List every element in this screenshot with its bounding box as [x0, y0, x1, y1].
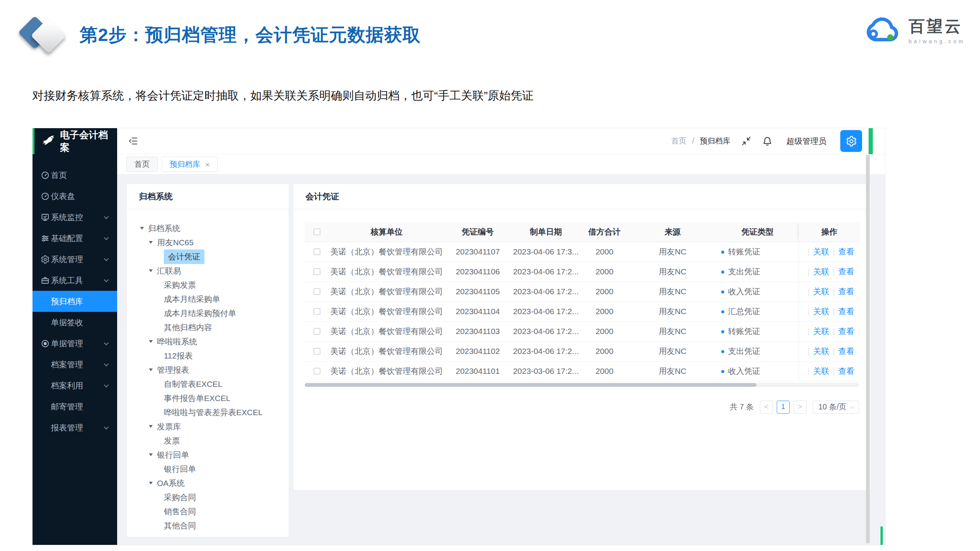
- row-checkbox[interactable]: [314, 348, 320, 355]
- tree-node-6[interactable]: 成本月结采购预付单: [127, 306, 289, 320]
- tree-node-label[interactable]: 采购发票: [164, 280, 196, 290]
- link-view[interactable]: 查看: [838, 307, 854, 316]
- caret-down-icon[interactable]: [149, 241, 153, 244]
- tree-node-label[interactable]: 发票: [164, 435, 180, 446]
- sidebar-item-1[interactable]: 仪表盘: [33, 186, 117, 207]
- link-relate[interactable]: 关联: [813, 347, 829, 355]
- tree-node-12[interactable]: 事件报告单EXCEL: [127, 391, 289, 405]
- link-relate[interactable]: 关联: [813, 367, 829, 375]
- tree-node-label[interactable]: 事件报告单EXCEL: [164, 393, 230, 404]
- tree-node-2[interactable]: 会计凭证: [127, 249, 289, 264]
- sidebar-item-6[interactable]: 预归档库: [33, 291, 117, 312]
- sidebar-item-9[interactable]: 档案管理: [33, 354, 117, 375]
- link-view[interactable]: 查看: [838, 327, 854, 336]
- link-view[interactable]: 查看: [838, 287, 854, 296]
- tree-node-10[interactable]: 管理报表: [127, 363, 289, 377]
- tree-node-5[interactable]: 成本月结采购单: [127, 292, 289, 306]
- link-relate[interactable]: 关联: [813, 287, 829, 296]
- scrollbar-thumb[interactable]: [305, 383, 756, 387]
- tree-node-label[interactable]: 其他合同: [164, 520, 196, 531]
- tree-node-label[interactable]: 哗啦啦与管表差异表EXCEL: [164, 407, 263, 418]
- tree-node-17[interactable]: 银行回单: [127, 462, 289, 476]
- tree-node-3[interactable]: 汇联易: [127, 264, 289, 278]
- tree-node-label[interactable]: 用友NC65: [157, 237, 194, 248]
- row-checkbox[interactable]: [314, 308, 320, 315]
- sidebar-item-0[interactable]: 首页: [33, 165, 117, 186]
- vertical-scrollbar-track[interactable]: [866, 155, 870, 543]
- link-view[interactable]: 查看: [838, 267, 854, 276]
- sidebar-item-11[interactable]: 邮寄管理: [33, 396, 117, 417]
- link-relate[interactable]: 关联: [813, 247, 829, 256]
- settings-button[interactable]: [840, 130, 862, 152]
- user-name[interactable]: 超级管理员: [786, 136, 826, 147]
- tree-node-21[interactable]: 其他合同: [127, 518, 289, 533]
- row-checkbox[interactable]: [314, 288, 320, 295]
- tree-node-label[interactable]: 自制管表EXCEL: [164, 379, 222, 390]
- tree-node-label[interactable]: 成本月结采购单: [164, 294, 220, 305]
- sidebar-item-12[interactable]: 报表管理: [33, 417, 117, 438]
- row-checkbox[interactable]: [314, 248, 320, 255]
- tree-node-label[interactable]: 销售合同: [164, 506, 196, 517]
- sidebar-item-4[interactable]: 系统管理: [33, 249, 117, 270]
- link-relate[interactable]: 关联: [813, 327, 829, 336]
- tree-node-0[interactable]: 归档系统: [127, 221, 289, 235]
- tree-node-19[interactable]: 采购合同: [127, 490, 289, 504]
- tree-node-label[interactable]: 银行回单: [157, 450, 189, 460]
- tree-node-18[interactable]: OA系统: [127, 476, 289, 490]
- sidebar-item-8[interactable]: 单据管理: [33, 333, 117, 354]
- sidebar-item-5[interactable]: 系统工具: [33, 270, 117, 291]
- caret-down-icon[interactable]: [149, 482, 153, 484]
- tree-node-label[interactable]: 发票库: [157, 421, 181, 432]
- tree-node-9[interactable]: 112报表: [127, 349, 289, 363]
- link-relate[interactable]: 关联: [813, 307, 829, 316]
- select-all-checkbox[interactable]: [314, 228, 320, 235]
- compress-fullscreen-icon[interactable]: [741, 136, 751, 146]
- tree-node-13[interactable]: 哗啦啦与管表差异表EXCEL: [127, 405, 289, 419]
- caret-down-icon[interactable]: [149, 453, 153, 456]
- row-checkbox[interactable]: [314, 328, 320, 335]
- tree-node-label[interactable]: 管理报表: [157, 365, 189, 375]
- tree-node-11[interactable]: 自制管表EXCEL: [127, 377, 289, 391]
- tree-node-label[interactable]: 112报表: [164, 350, 193, 361]
- next-page-button[interactable]: >: [794, 401, 807, 414]
- link-view[interactable]: 查看: [838, 367, 854, 375]
- tree-node-label[interactable]: 归档系统: [148, 223, 180, 234]
- tree-node-15[interactable]: 发票: [127, 434, 289, 448]
- tree-node-16[interactable]: 银行回单: [127, 448, 289, 462]
- tree-node-label-selected[interactable]: 会计凭证: [164, 249, 204, 264]
- sidebar-item-2[interactable]: 系统监控: [33, 207, 117, 228]
- tree-node-label[interactable]: 哗啦啦系统: [157, 336, 197, 347]
- prev-page-button[interactable]: <: [760, 401, 773, 414]
- caret-down-icon[interactable]: [149, 269, 153, 272]
- tree-node-label[interactable]: 其他归档内容: [164, 322, 212, 333]
- close-icon[interactable]: ×: [205, 160, 210, 168]
- horizontal-scrollbar[interactable]: [305, 383, 859, 387]
- breadcrumb-home[interactable]: 首页: [671, 137, 686, 145]
- tree-node-label[interactable]: 成本月结采购预付单: [164, 308, 236, 319]
- tree-node-label[interactable]: 汇联易: [157, 266, 181, 276]
- collapse-sidebar-icon[interactable]: [128, 136, 138, 146]
- caret-down-icon[interactable]: [140, 227, 144, 230]
- tree-node-8[interactable]: 哗啦啦系统: [127, 334, 289, 349]
- caret-down-icon[interactable]: [149, 425, 153, 428]
- sidebar-item-10[interactable]: 档案利用: [33, 375, 117, 396]
- tab-home[interactable]: 首页: [126, 156, 158, 172]
- tab-pre-archive[interactable]: 预归档库 ×: [162, 156, 218, 172]
- sidebar-item-3[interactable]: 基础配置: [33, 228, 117, 249]
- link-view[interactable]: 查看: [838, 247, 854, 256]
- tree-node-label[interactable]: OA系统: [157, 478, 185, 489]
- tree-node-label[interactable]: 银行回单: [164, 464, 196, 474]
- tree-node-1[interactable]: 用友NC65: [127, 235, 289, 249]
- caret-down-icon[interactable]: [149, 368, 153, 371]
- page-number-button[interactable]: 1: [777, 401, 790, 414]
- sidebar-item-7[interactable]: 单据签收: [33, 312, 117, 333]
- bell-icon[interactable]: [762, 136, 773, 146]
- row-checkbox[interactable]: [314, 268, 320, 275]
- link-relate[interactable]: 关联: [813, 267, 829, 276]
- tree-node-label[interactable]: 采购合同: [164, 492, 196, 503]
- caret-down-icon[interactable]: [149, 340, 153, 343]
- link-view[interactable]: 查看: [838, 347, 854, 355]
- tree-node-7[interactable]: 其他归档内容: [127, 320, 289, 334]
- row-checkbox[interactable]: [314, 368, 320, 375]
- page-size-select[interactable]: 10 条/页: [813, 401, 859, 414]
